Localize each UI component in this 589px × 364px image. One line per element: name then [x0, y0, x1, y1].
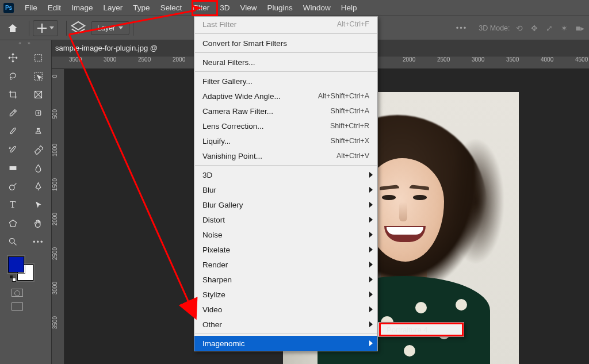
ruler-tick: 1000: [52, 144, 64, 156]
document-tab[interactable]: sample-image-for-plugin.jpg @: [55, 44, 158, 52]
svg-point-7: [9, 238, 14, 243]
menu-other[interactable]: Other: [194, 317, 377, 332]
menu-item-label: Blur: [202, 186, 216, 194]
brush-tool[interactable]: [0, 122, 26, 140]
vertical-ruler[interactable]: 0500100015002000250030003500: [52, 69, 64, 364]
home-icon: [8, 24, 17, 32]
menu-item-label: Filter Gallery...: [202, 77, 253, 86]
menu-distort[interactable]: Distort: [194, 212, 377, 227]
foreground-color-swatch[interactable]: [8, 256, 24, 273]
lasso-tool[interactable]: [0, 67, 26, 85]
marquee-tool[interactable]: [26, 48, 52, 67]
gradient-tool[interactable]: [0, 159, 26, 177]
orbit-icon[interactable]: ⟲: [516, 24, 523, 33]
menu-window[interactable]: Window: [298, 1, 336, 14]
menu-item-shortcut: Alt+Ctrl+V: [336, 152, 369, 160]
home-button[interactable]: [5, 20, 21, 36]
menu-item-label: Render: [202, 260, 228, 269]
menu-view[interactable]: View: [235, 1, 262, 14]
eyedropper-tool[interactable]: [0, 104, 26, 122]
menu-filter-gallery[interactable]: Filter Gallery...: [194, 74, 377, 89]
pan-icon[interactable]: ✥: [531, 24, 538, 33]
object-select-tool[interactable]: [26, 67, 52, 85]
menu-liquify[interactable]: Liquify...Shift+Ctrl+X: [194, 133, 377, 148]
menu-adaptive-wide-angle[interactable]: Adaptive Wide Angle...Alt+Shift+Ctrl+A: [194, 89, 377, 104]
healing-brush-tool[interactable]: [26, 104, 52, 122]
clone-stamp-tool[interactable]: [26, 122, 52, 140]
menu-item-label: Pixelate: [202, 246, 230, 254]
pen-tool[interactable]: [26, 177, 52, 196]
hand-tool[interactable]: [26, 214, 52, 232]
color-swatches[interactable]: [8, 256, 35, 281]
menu-item-label: Vanishing Point...: [202, 152, 262, 160]
chevron-down-icon: [49, 26, 54, 29]
submenu-arrow-icon: [369, 172, 373, 178]
menu-camera-raw[interactable]: Camera Raw Filter...Shift+Ctrl+A: [194, 104, 377, 118]
shape-tool[interactable]: [0, 214, 26, 232]
auto-select-type[interactable]: Layer: [91, 21, 129, 35]
menu-pixelate[interactable]: Pixelate: [194, 242, 377, 257]
frame-tool[interactable]: [26, 85, 52, 104]
ruler-tick: 3500: [69, 56, 82, 69]
history-brush-tool[interactable]: [0, 140, 26, 159]
default-colors-icon[interactable]: [10, 275, 16, 281]
eraser-tool[interactable]: [26, 140, 52, 159]
menu-vanishing-point[interactable]: Vanishing Point...Alt+Ctrl+V: [194, 148, 377, 163]
edit-toolbar[interactable]: •••: [26, 232, 52, 251]
menu-noise[interactable]: Noise: [194, 227, 377, 242]
screen-mode[interactable]: [12, 302, 51, 311]
menu-item-label: Imagenomic: [202, 339, 245, 348]
quick-mask-icon: [12, 289, 23, 297]
menu-item-label: Portraiture 4...: [387, 325, 434, 334]
move-tool-indicator[interactable]: [33, 20, 58, 36]
menu-item-label: Lens Correction...: [202, 122, 264, 131]
quick-mask-toggle[interactable]: [12, 289, 51, 297]
menu-blur-gallery[interactable]: Blur Gallery: [194, 197, 377, 212]
menu-portraiture4[interactable]: Portraiture 4...: [378, 323, 464, 336]
menu-lens-correction[interactable]: Lens Correction...Shift+Ctrl+R: [194, 118, 377, 133]
menu-3d[interactable]: 3D: [194, 167, 377, 182]
menu-file[interactable]: File: [20, 1, 43, 14]
crop-tool[interactable]: [0, 85, 26, 104]
panel-collapse-handle[interactable]: « »: [0, 40, 51, 48]
ruler-tick: 3000: [472, 56, 484, 69]
menu-help[interactable]: Help: [336, 1, 362, 14]
menu-image[interactable]: Image: [66, 1, 98, 14]
blur-tool[interactable]: [26, 159, 52, 177]
more-options-icon[interactable]: •••: [456, 24, 468, 32]
dodge-tool[interactable]: [0, 177, 26, 196]
submenu-arrow-icon: [369, 340, 373, 346]
svg-rect-0: [35, 54, 42, 61]
chevron-down-icon: [118, 26, 123, 29]
dolly-icon[interactable]: ⤢: [546, 24, 553, 33]
path-select-tool[interactable]: [26, 196, 52, 214]
menu-stylize[interactable]: Stylize: [194, 287, 377, 302]
menu-separator: [195, 52, 377, 53]
menu-filter[interactable]: Filter: [187, 1, 215, 14]
menu-neural-filters[interactable]: Neural Filters...: [194, 55, 377, 70]
menu-sharpen[interactable]: Sharpen: [194, 272, 377, 287]
menu-layer[interactable]: Layer: [98, 1, 128, 14]
menu-blur[interactable]: Blur: [194, 182, 377, 197]
menu-edit[interactable]: Edit: [43, 1, 66, 14]
type-tool[interactable]: T: [0, 196, 26, 214]
menu-video[interactable]: Video: [194, 302, 377, 317]
menu-plugins[interactable]: Plugins: [262, 1, 297, 14]
mode3d-label: 3D Mode:: [479, 24, 510, 32]
svg-point-5: [9, 185, 14, 190]
menu-select[interactable]: Select: [155, 1, 188, 14]
menu-convert-smart[interactable]: Convert for Smart Filters: [194, 36, 377, 51]
zoom-tool[interactable]: [0, 232, 26, 251]
menu-type[interactable]: Type: [128, 1, 155, 14]
menu-render[interactable]: Render: [194, 257, 377, 272]
menu-item-label: Distort: [202, 216, 225, 224]
move-tool[interactable]: [0, 48, 26, 67]
node-icon[interactable]: ✶: [561, 24, 568, 33]
auto-select-toggle[interactable]: [70, 20, 86, 36]
ruler-tick: 2500: [138, 56, 151, 69]
menu-imagenomic[interactable]: Imagenomic: [194, 336, 377, 351]
camera-icon[interactable]: ■▸: [576, 24, 584, 33]
ruler-tick: 1500: [52, 178, 64, 191]
menu-3d[interactable]: 3D: [215, 1, 235, 14]
screen-mode-icon: [12, 302, 23, 311]
